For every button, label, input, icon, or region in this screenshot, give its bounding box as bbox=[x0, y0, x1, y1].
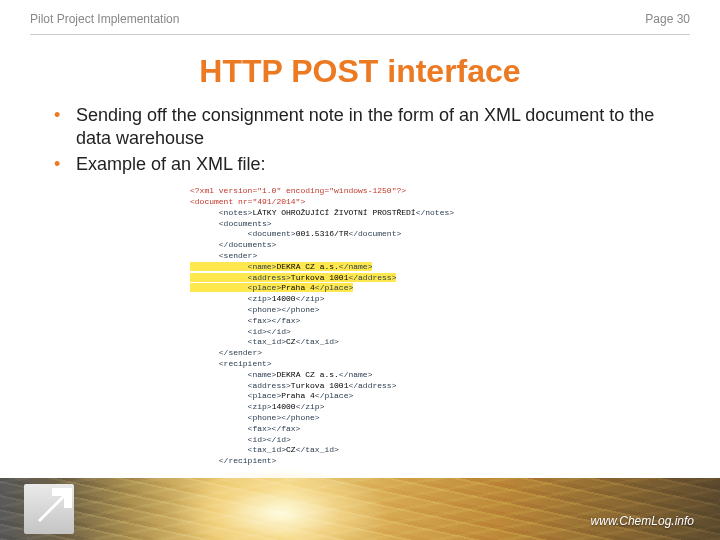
header-page: Page 30 bbox=[645, 12, 690, 26]
code-line: <fax></fax> bbox=[190, 424, 530, 435]
code-line: <name>DEKRA CZ a.s.</name> bbox=[190, 370, 530, 381]
bullet-text: Sending off the consignment note in the … bbox=[76, 104, 666, 151]
arrow-icon bbox=[32, 482, 76, 526]
code-line: <phone></phone> bbox=[190, 305, 530, 316]
code-line: <document>001.5316/TR</document> bbox=[190, 229, 530, 240]
code-line: <address>Turkova 1001</address> bbox=[190, 273, 530, 284]
header-left: Pilot Project Implementation bbox=[30, 12, 179, 26]
bullet-item: • Example of an XML file: bbox=[54, 153, 666, 176]
code-line: <recipient> bbox=[190, 359, 530, 370]
bullet-item: • Sending off the consignment note in th… bbox=[54, 104, 666, 151]
code-line: <tax_id>CZ</tax_id> bbox=[190, 337, 530, 348]
code-line: <place>Praha 4</place> bbox=[190, 391, 530, 402]
slide-header: Pilot Project Implementation Page 30 bbox=[0, 0, 720, 34]
slide-footer: www.ChemLog.info bbox=[0, 478, 720, 540]
code-line: <document nr="491/2014"> bbox=[190, 197, 530, 208]
slide-title: HTTP POST interface bbox=[0, 53, 720, 90]
code-line: <id></id> bbox=[190, 327, 530, 338]
code-line: </documents> bbox=[190, 240, 530, 251]
xml-code-block: <?xml version="1.0" encoding="windows-12… bbox=[190, 186, 530, 467]
code-line: <phone></phone> bbox=[190, 413, 530, 424]
code-line: <fax></fax> bbox=[190, 316, 530, 327]
header-divider bbox=[30, 34, 690, 35]
bullet-icon: • bbox=[54, 104, 76, 151]
code-line: <name>DEKRA CZ a.s.</name> bbox=[190, 262, 530, 273]
footer-url: www.ChemLog.info bbox=[591, 514, 694, 528]
code-line: </recipient> bbox=[190, 456, 530, 467]
code-line: <notes>LÁTKY OHROŽUJÍCÍ ŽIVOTNÍ PROSTŘED… bbox=[190, 208, 530, 219]
code-line: <zip>14000</zip> bbox=[190, 402, 530, 413]
code-line: <address>Turkova 1001</address> bbox=[190, 381, 530, 392]
code-line: <place>Praha 4</place> bbox=[190, 283, 530, 294]
footer-texture bbox=[0, 478, 720, 540]
bullet-icon: • bbox=[54, 153, 76, 176]
code-line: <documents> bbox=[190, 219, 530, 230]
bullet-text: Example of an XML file: bbox=[76, 153, 666, 176]
code-line: <sender> bbox=[190, 251, 530, 262]
slide-content: • Sending off the consignment note in th… bbox=[0, 104, 720, 467]
code-line: </sender> bbox=[190, 348, 530, 359]
code-line: <zip>14000</zip> bbox=[190, 294, 530, 305]
code-line: <id></id> bbox=[190, 435, 530, 446]
logo bbox=[24, 470, 88, 534]
code-line: <tax_id>CZ</tax_id> bbox=[190, 445, 530, 456]
code-line: <?xml version="1.0" encoding="windows-12… bbox=[190, 186, 530, 197]
